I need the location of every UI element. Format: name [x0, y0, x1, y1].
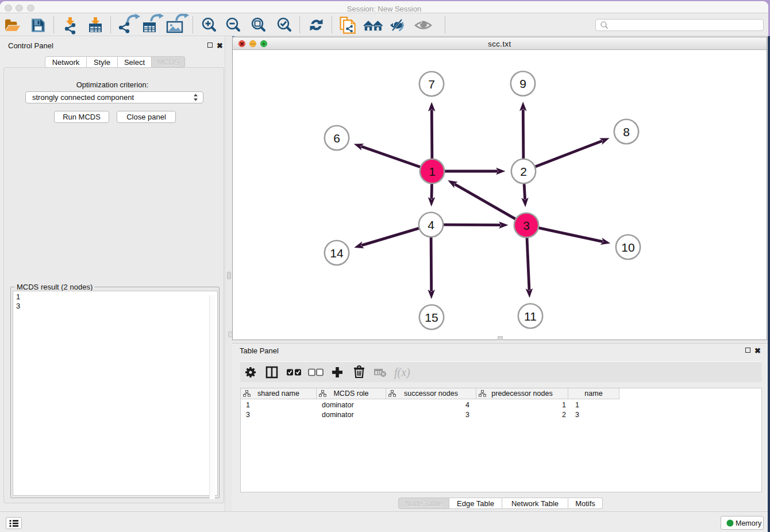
svg-text:f(x): f(x)	[394, 366, 410, 379]
svg-text:15: 15	[425, 311, 438, 324]
svg-text:14: 14	[330, 246, 344, 260]
svg-text:6: 6	[333, 132, 340, 145]
svg-text:3: 3	[523, 219, 530, 232]
svg-text:10: 10	[621, 241, 634, 254]
svg-text:9: 9	[519, 77, 526, 90]
svg-text:11: 11	[524, 310, 537, 323]
svg-text:7: 7	[428, 78, 435, 91]
svg-text:8: 8	[623, 125, 630, 138]
svg-text:1: 1	[429, 165, 436, 178]
svg-text:2: 2	[520, 165, 527, 178]
svg-text:4: 4	[428, 218, 434, 232]
